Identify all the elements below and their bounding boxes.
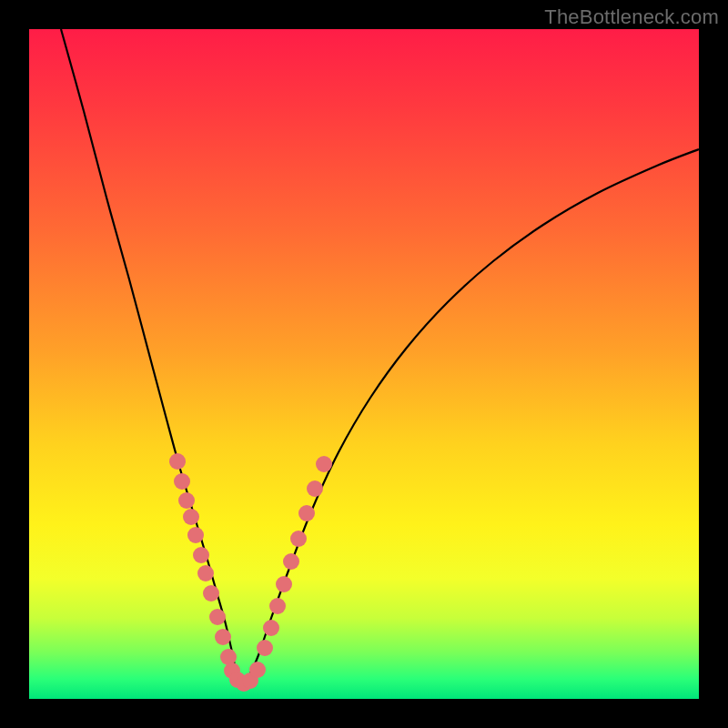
data-point bbox=[187, 527, 204, 543]
data-point bbox=[249, 662, 266, 678]
bottleneck-curve bbox=[61, 29, 699, 684]
data-point bbox=[276, 576, 292, 592]
plot-area bbox=[29, 29, 699, 699]
data-point bbox=[316, 456, 332, 472]
chart-frame: TheBottleneck.com bbox=[0, 0, 728, 728]
data-point bbox=[183, 509, 199, 525]
data-point bbox=[283, 553, 299, 570]
data-point bbox=[307, 480, 323, 497]
chart-svg bbox=[29, 29, 699, 699]
data-point bbox=[169, 453, 186, 470]
data-point bbox=[178, 492, 195, 509]
data-point bbox=[263, 620, 279, 636]
data-point bbox=[209, 609, 226, 625]
data-point bbox=[215, 629, 231, 645]
data-point bbox=[174, 473, 190, 490]
data-point bbox=[298, 505, 315, 521]
data-point bbox=[290, 531, 307, 547]
data-point bbox=[269, 598, 286, 614]
watermark-text: TheBottleneck.com bbox=[544, 5, 719, 29]
data-point bbox=[197, 565, 214, 581]
data-point bbox=[257, 640, 273, 656]
scatter-dots bbox=[169, 453, 332, 692]
data-point bbox=[193, 547, 209, 563]
data-point bbox=[203, 585, 219, 602]
